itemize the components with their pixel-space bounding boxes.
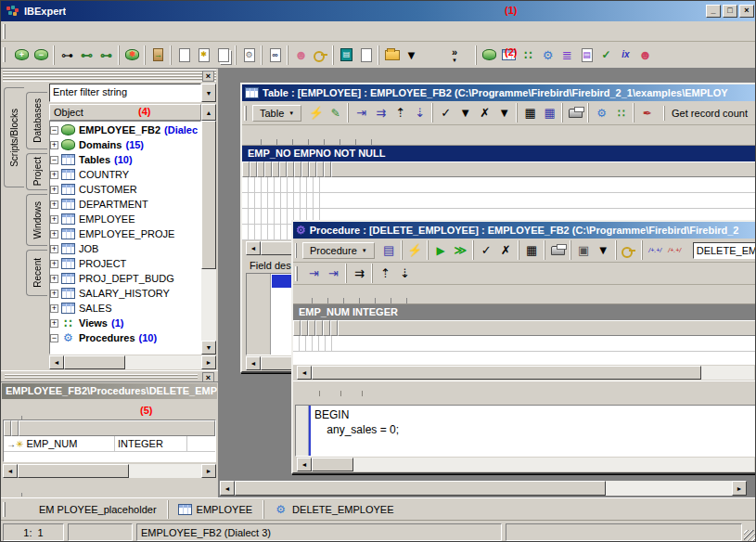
tree-expander-icon[interactable]	[50, 215, 58, 224]
parameter-section-tab[interactable]	[319, 391, 339, 396]
tree-item[interactable]: SALES	[50, 301, 200, 316]
grid-cell[interactable]	[255, 177, 262, 193]
object-column-header[interactable]: Object (4)	[49, 104, 201, 121]
tree-expander-icon[interactable]	[50, 275, 58, 283]
explorer-side-tab[interactable]: Recent	[26, 250, 47, 296]
grid-cell[interactable]	[249, 209, 255, 225]
field-row[interactable]	[242, 177, 756, 193]
tree-expander-icon[interactable]	[50, 260, 58, 268]
grid-cell[interactable]	[275, 193, 281, 209]
column-header[interactable]	[309, 161, 316, 177]
tree-scroll-thumb[interactable]	[201, 121, 216, 269]
toolbar-icon[interactable]: ✓	[596, 45, 616, 65]
toolbar-icon[interactable]: ▦	[520, 103, 540, 123]
resize-grip[interactable]	[744, 530, 755, 541]
toolbar-icon[interactable]: ✱	[122, 45, 142, 65]
grid-cell[interactable]	[288, 193, 294, 209]
grid-cell[interactable]	[242, 225, 249, 240]
grid-cell[interactable]	[249, 177, 255, 193]
tree-expander-icon[interactable]	[50, 171, 58, 179]
grid-cell[interactable]	[242, 209, 249, 225]
grid-cell[interactable]	[300, 336, 306, 352]
toolbar-icon[interactable]: →	[148, 45, 168, 65]
toolbar-icon[interactable]: ⇣	[395, 264, 415, 283]
toolbar-icon[interactable]	[356, 45, 376, 65]
grid-cell[interactable]	[275, 177, 281, 193]
toolbar-icon[interactable]	[382, 45, 402, 65]
table-window-tab[interactable]	[261, 139, 276, 145]
tree-expander-icon[interactable]	[50, 245, 58, 253]
grid-cell[interactable]	[314, 193, 320, 209]
tree-item[interactable]: Procedures (10)	[50, 330, 200, 345]
title-bar[interactable]: IBExpert (1) _ □ ×	[1, 1, 756, 21]
tree-item[interactable]: EMPLOYEE_FB2 (Dialec	[50, 123, 200, 137]
toolbar-icon[interactable]: ⇥	[304, 264, 324, 283]
tree-expander-icon[interactable]	[50, 200, 58, 209]
tree-item[interactable]: PROJ_DEPT_BUDG	[50, 271, 200, 286]
tree-item[interactable]: COUNTRY	[50, 167, 200, 182]
column-header[interactable]	[272, 161, 279, 177]
toolbar-icon[interactable]: ⚡	[306, 103, 326, 123]
sql-assistant-scrollbar[interactable]: ◄ ►	[3, 464, 216, 478]
toolbar-icon[interactable]: ∷	[611, 103, 631, 123]
column-header[interactable]	[301, 320, 308, 336]
grid-cell[interactable]	[307, 177, 314, 193]
toolbar-icon[interactable]: ▦	[522, 240, 542, 260]
column-header[interactable]	[316, 161, 324, 177]
toolbar-icon[interactable]: ⇥	[352, 103, 371, 123]
grid-cell[interactable]	[262, 193, 268, 209]
scroll-left-icon[interactable]: ◄	[220, 481, 235, 496]
column-header[interactable]	[293, 320, 301, 336]
column-header[interactable]	[250, 161, 257, 177]
column-header[interactable]	[287, 161, 294, 177]
parameter-row[interactable]: EMP_NUM INTEGER	[4, 436, 215, 452]
scroll-left-icon[interactable]: ◄	[297, 458, 312, 471]
grid-cell[interactable]	[268, 193, 275, 209]
toolbar-icon[interactable]: ⚙	[538, 45, 557, 65]
column-header[interactable]	[279, 161, 287, 177]
grid-cell[interactable]	[268, 225, 275, 240]
explorer-side-tab[interactable]: Databases	[26, 92, 47, 149]
dock-splitter[interactable]: ×	[1, 370, 218, 381]
column-header[interactable]	[11, 420, 19, 436]
grid-cell[interactable]	[262, 177, 268, 193]
toolbar-overflow-icon[interactable]: » ▼	[452, 47, 472, 63]
minimize-button[interactable]: _	[706, 5, 721, 18]
tree-item[interactable]: Tables (10)	[50, 152, 200, 167]
grid-cell[interactable]	[275, 209, 281, 225]
procedure-window-tab[interactable]	[391, 298, 406, 303]
toolbar-icon[interactable]: ⇣	[410, 103, 429, 123]
procedure-dropdown-button[interactable]: Procedure ▼	[302, 242, 375, 259]
parameter-section-tab[interactable]	[362, 391, 381, 396]
scroll-left-icon[interactable]: ◄	[246, 356, 261, 370]
grid-cell[interactable]	[275, 225, 281, 240]
menu-item[interactable]	[24, 29, 39, 34]
toolbar-icon[interactable]: ✎	[326, 103, 345, 123]
table-window-tab[interactable]	[355, 139, 371, 145]
mdi-horizontal-scrollbar[interactable]: ◄ ►	[220, 481, 747, 496]
parameter-section-tab[interactable]	[299, 391, 317, 396]
toolbar-icon[interactable]: ✗	[496, 240, 516, 260]
menu-item[interactable]	[69, 29, 83, 34]
grid-cell[interactable]	[262, 225, 268, 240]
toolbar-icon[interactable]: ☻	[291, 45, 311, 65]
toolbar-icon[interactable]: ix	[616, 45, 635, 65]
tree-item[interactable]: EMPLOYEE_PROJE	[50, 226, 200, 241]
toolbar-icon[interactable]: ⚙	[239, 45, 259, 65]
description-selected-cell[interactable]	[272, 275, 292, 288]
grid-cell[interactable]	[281, 225, 288, 240]
toolbar-grip[interactable]	[3, 47, 6, 62]
parameters-grid-scrollbar[interactable]: ◄	[297, 366, 754, 380]
column-header[interactable]	[308, 320, 315, 336]
toolbar-icon[interactable]: /+.+/	[646, 240, 665, 260]
procedure-window-tab[interactable]	[297, 298, 312, 303]
toolbar-icon[interactable]: ☻	[635, 45, 655, 65]
toolbar-icon[interactable]	[480, 45, 499, 65]
column-header[interactable]	[315, 320, 323, 336]
grid-cell[interactable]	[326, 336, 332, 352]
tree-expander-icon[interactable]	[50, 334, 58, 342]
toolbar-icon[interactable]: ∷	[519, 45, 538, 65]
column-header[interactable]	[324, 161, 331, 177]
tree-vertical-scrollbar[interactable]: ▼	[201, 121, 216, 355]
toolbar-icon[interactable]: ⇥	[324, 264, 343, 283]
